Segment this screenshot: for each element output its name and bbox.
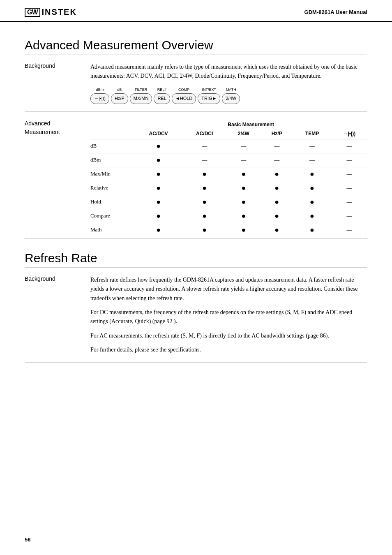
row-label: Compare [90,209,134,223]
row-label: Relative [90,181,134,195]
adv-meas-line2: Measurement [25,128,90,136]
table-row: Compare●●●●●— [90,209,367,223]
row-cell: ● [182,181,227,195]
table-row: dBm●————— [90,153,367,167]
logo-instek: INSTEK [42,7,77,17]
row-cell: — [331,223,367,237]
row-cell: ● [293,209,331,223]
row-cell: — [182,153,227,167]
row-label: Max/Min [90,167,134,181]
btn-filter-label: FILTER [135,87,147,92]
table-row: dB●————— [90,139,367,153]
table-label: Advanced Measurement [25,118,90,136]
btn-db-label: dB [117,87,122,92]
logo-gw: GW [25,8,40,17]
col-acdcv: AC/DCV [134,128,182,139]
logo: GW INSTEK [25,7,77,17]
btn-rel-group: REL# REL [154,87,170,104]
page-number: 56 [25,536,30,543]
btn-comp-label: COMP [178,87,189,92]
refresh-background-content: Refresh rate defines how frequently the … [90,275,367,355]
row-cell: ● [227,195,261,209]
row-cell: ● [261,195,293,209]
row-cell: ● [227,181,261,195]
btn-intext[interactable]: TRIG► [198,93,220,104]
btn-filter[interactable]: MX/MN [130,93,152,104]
row-cell: ● [134,139,182,153]
row-cell: ● [134,209,182,223]
btn-db[interactable]: Hz/P [111,93,128,104]
col-diode: →|•|)) [331,128,367,139]
row-cell: — [261,139,293,153]
row-cell: — [293,139,331,153]
row-cell: ● [227,167,261,181]
btn-comp[interactable]: ◄HOLD [172,93,196,104]
row-cell: ● [134,223,182,237]
row-cell: — [261,153,293,167]
row-cell: ● [182,195,227,209]
row-cell: ● [293,167,331,181]
btn-dbm-group: dBm →|•|)) [90,87,109,104]
refresh-para-2: For AC measurements, the refresh rate (S… [90,331,367,340]
col-hzp: Hz/P [261,128,293,139]
row-cell: — [227,139,261,153]
row-cell: ● [134,181,182,195]
button-strip: dBm →|•|)) dB Hz/P FILTER MX/MN REL# REL… [90,87,367,104]
refresh-background-row: Background Refresh rate defines how freq… [25,268,367,363]
background-content: Advanced measurement mainly refers to th… [90,62,367,104]
btn-math[interactable]: 2/4W [222,93,240,104]
table-header-empty [90,119,134,128]
row-cell: ● [261,223,293,237]
table-row: Relative●●●●●— [90,181,367,195]
row-cell: ● [182,223,227,237]
row-cell: — [227,153,261,167]
btn-intext-group: INT/EXT TRIG► [198,87,220,104]
row-cell: ● [182,167,227,181]
row-cell: — [331,153,367,167]
refresh-para-3: For further details, please see the spec… [90,345,367,354]
btn-rel[interactable]: REL [154,93,170,104]
table-row: Max/Min●●●●●— [90,167,367,181]
btn-filter-group: FILTER MX/MN [130,87,152,104]
row-cell: — [331,139,367,153]
row-cell: ● [293,223,331,237]
row-cell: ● [182,209,227,223]
background-text: Advanced measurement mainly refers to th… [90,64,357,79]
col-temp: TEMP [293,128,331,139]
table-wrapper: Advanced Measurement Basic Measurement A… [25,112,367,239]
row-cell: — [331,209,367,223]
table-content: Basic Measurement AC/DCV AC/DCI 2/4W Hz/… [90,118,367,237]
row-cell: — [331,181,367,195]
row-cell: ● [134,167,182,181]
row-cell: ● [227,209,261,223]
refresh-background-label: Background [25,275,90,282]
row-label: Hold [90,195,134,209]
row-label: dBm [90,153,134,167]
btn-dbm-label: dBm [96,87,104,92]
btn-dbm[interactable]: →|•|)) [90,93,109,104]
btn-intext-label: INT/EXT [202,87,217,92]
refresh-para-0: Refresh rate defines how frequently the … [90,275,367,303]
col-acdci: AC/DCI [182,128,227,139]
table-row: Math●●●●●— [90,223,367,237]
col-adv [90,128,134,139]
adv-meas-line1: Advanced [25,120,50,127]
background-label: Background [25,62,90,69]
row-cell: ● [261,209,293,223]
row-cell: ● [134,153,182,167]
page-content: Advanced Measurement Overview Background… [0,22,392,379]
row-cell: ● [261,181,293,195]
refresh-para-1: For DC measurements, the frequency of th… [90,308,367,326]
manual-title: GDM-8261A User Manual [304,9,367,15]
btn-comp-group: COMP ◄HOLD [172,87,196,104]
col-24w: 2/4W [227,128,261,139]
row-cell: — [182,139,227,153]
row-cell: ● [134,195,182,209]
row-cell: ● [227,223,261,237]
row-cell: ● [293,195,331,209]
row-cell: — [331,195,367,209]
measurement-table: Basic Measurement AC/DCV AC/DCI 2/4W Hz/… [90,119,367,237]
section2-gap: Refresh Rate Background Refresh rate def… [25,251,367,363]
page-header: GW INSTEK GDM-8261A User Manual [0,0,392,22]
row-cell: — [293,153,331,167]
